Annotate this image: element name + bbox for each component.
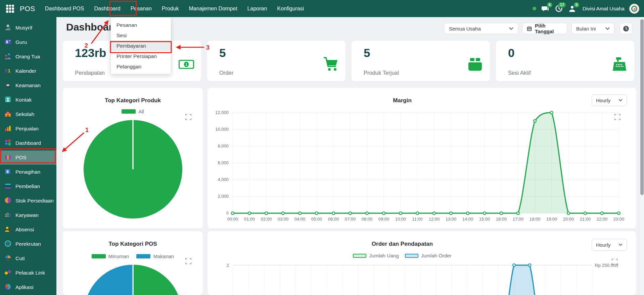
chat-badge: 6 xyxy=(547,2,553,8)
margin-chart-card: Margin Hourly 02,0004,0006,0008,00010,00… xyxy=(208,88,636,229)
nav-item-laporan[interactable]: Laporan xyxy=(242,0,272,17)
svg-text:11:00: 11:00 xyxy=(412,217,423,222)
svg-text:06:00: 06:00 xyxy=(328,217,339,222)
security-guard-icon xyxy=(4,81,11,90)
svg-text:21:00: 21:00 xyxy=(580,217,591,222)
sidebar-item-label: Aplikasi xyxy=(15,284,33,290)
online-status-dot xyxy=(533,7,536,10)
sidebar-item-label: Karyawan xyxy=(15,212,39,218)
svg-text:05:00: 05:00 xyxy=(311,217,322,222)
pie-chart-produk xyxy=(63,88,203,229)
nav-item-konfigurasi[interactable]: Konfigurasi xyxy=(272,0,309,17)
sidebar-item-aplikasi[interactable]: Aplikasi xyxy=(0,280,56,294)
period-select-value: Bulan Ini xyxy=(576,26,596,32)
sidebar-item-pos[interactable]: POS xyxy=(0,151,56,165)
employees-icon xyxy=(4,211,11,220)
chevron-down-icon xyxy=(509,27,513,30)
session-badge: 5 xyxy=(573,2,580,8)
sidebar-item-pelacak-link[interactable]: Pelacak Link xyxy=(0,266,56,280)
clock-icon xyxy=(623,25,629,32)
svg-text:2,000: 2,000 xyxy=(218,194,229,199)
session-user-icon[interactable]: 5 xyxy=(568,4,577,13)
chat-icon[interactable]: 6 xyxy=(541,4,550,13)
svg-text:6,000: 6,000 xyxy=(218,160,229,165)
apps-circle-icon xyxy=(4,283,11,292)
period-select[interactable]: Bulan Ini xyxy=(571,23,614,34)
pick-date-label: Pilih Tanggal xyxy=(535,23,562,34)
top-navigation: Dashboard POSDashboardPesananProdukManaj… xyxy=(40,0,309,17)
app-grid-icon[interactable] xyxy=(6,5,14,13)
sidebar-item-keamanan[interactable]: Keamanan xyxy=(0,78,56,93)
sidebar-item-penagihan[interactable]: $Penagihan xyxy=(0,165,56,179)
sidebar-item-label: Pelacak Link xyxy=(15,270,45,276)
menu-item-printer-persiapan[interactable]: Printer Persiapan xyxy=(111,51,171,61)
menu-item-sesi[interactable]: Sesi xyxy=(111,30,171,41)
svg-text:3: 3 xyxy=(4,68,7,73)
sidebar-item-stok-persediaan[interactable]: Stok Persediaan xyxy=(0,194,56,208)
sidebar-item-label: Keamanan xyxy=(15,82,41,88)
svg-text:17:00: 17:00 xyxy=(513,217,524,222)
sidebar-item-label: Cuti xyxy=(15,255,25,261)
nav-item-manajemen-dompet[interactable]: Manajemen Dompet xyxy=(184,0,242,17)
sidebar-item-kalender[interactable]: 31Kalender xyxy=(0,64,56,78)
margin-area-chart: 02,0004,0006,0008,00010,00012,00000:0001… xyxy=(208,88,636,229)
sidebar-item-karyawan[interactable]: Karyawan xyxy=(0,208,56,222)
stat-label: Sesi Aktif xyxy=(508,70,531,76)
stat-value: 5 xyxy=(219,46,226,60)
sidebar-item-label: Pembelian xyxy=(15,183,40,189)
stat-label: Produk Terjual xyxy=(364,70,399,76)
nav-item-produk[interactable]: Produk xyxy=(157,0,184,17)
business-select-value: Semua Usaha xyxy=(449,26,481,32)
svg-text:15:00: 15:00 xyxy=(479,217,490,222)
calendar-31-icon: 31 xyxy=(4,67,11,75)
scrollbar-thumb[interactable] xyxy=(640,19,644,195)
order-pendapatan-card: Order dan Pendapatan Hourly Jumlah UangJ… xyxy=(208,231,636,295)
sidebar-item-label: Penagihan xyxy=(15,169,40,175)
sidebar-item-label: Kalender xyxy=(15,68,36,74)
sidebar-item-guru[interactable]: Guru xyxy=(0,35,56,49)
menu-item-pesanan[interactable]: Pesanan xyxy=(111,20,171,30)
svg-text:23:00: 23:00 xyxy=(613,217,625,222)
sidebar-item-dashboard[interactable]: Dashboard xyxy=(0,136,56,150)
menu-item-pembayaran[interactable]: Pembayaran xyxy=(111,41,171,51)
svg-text:08:00: 08:00 xyxy=(362,217,373,222)
svg-text:04:00: 04:00 xyxy=(294,217,306,222)
person-icon xyxy=(4,24,11,32)
sidebar-item-cuti[interactable]: Cuti xyxy=(0,251,56,266)
svg-text:14:00: 14:00 xyxy=(462,217,473,222)
sidebar-item-orang-tua[interactable]: Orang Tua xyxy=(0,50,56,64)
parents-icon xyxy=(4,53,11,61)
nav-item-dashboard[interactable]: Dashboard xyxy=(89,0,125,17)
sidebar-item-label: Absensi xyxy=(15,227,34,233)
sidebar-item-kontak[interactable]: Kontak xyxy=(0,93,56,107)
sidebar-item-absensi[interactable]: Absensi xyxy=(0,223,56,237)
sidebar-item-label: Musyrif xyxy=(15,25,32,31)
sidebar-item-penjualan[interactable]: Penjualan xyxy=(0,122,56,136)
sidebar-item-pembelian[interactable]: Pembelian xyxy=(0,179,56,193)
business-select[interactable]: Semua Usaha xyxy=(444,23,518,34)
link-tracker-icon xyxy=(4,269,11,277)
sidebar-item-label: Orang Tua xyxy=(15,54,40,60)
time-settings-button[interactable] xyxy=(620,23,632,34)
avatar[interactable] xyxy=(629,4,639,14)
stock-box-icon xyxy=(4,197,11,205)
account-name[interactable]: Divisi Amal Usaha xyxy=(583,6,625,12)
nav-item-pesanan[interactable]: Pesanan xyxy=(126,0,157,17)
history-icon[interactable]: 17 xyxy=(554,4,563,13)
pick-date-button[interactable]: Pilih Tanggal xyxy=(522,23,567,34)
svg-text:02:00: 02:00 xyxy=(261,217,272,222)
nav-item-dashboard-pos[interactable]: Dashboard POS xyxy=(40,0,89,17)
menu-item-pelanggan[interactable]: Pelanggan xyxy=(111,61,171,72)
svg-text:22:00: 22:00 xyxy=(597,217,608,222)
pie-chart-pos xyxy=(63,231,203,295)
svg-text:8,000: 8,000 xyxy=(218,143,229,149)
sidebar-item-sekolah[interactable]: Sekolah xyxy=(0,107,56,121)
svg-text:1: 1 xyxy=(185,62,187,66)
svg-text:4,000: 4,000 xyxy=(218,177,229,182)
app-title: POS xyxy=(20,5,35,13)
svg-text:2: 2 xyxy=(226,263,229,268)
pos-dashboard-screen: POS Dashboard POSDashboardPesananProdukM… xyxy=(0,0,644,295)
stat-card-sesi-aktif: 0Sesi Aktif xyxy=(496,41,634,81)
sidebar-item-perekrutan[interactable]: Perekrutan xyxy=(0,237,56,251)
sidebar-item-musyrif[interactable]: Musyrif xyxy=(0,21,56,35)
